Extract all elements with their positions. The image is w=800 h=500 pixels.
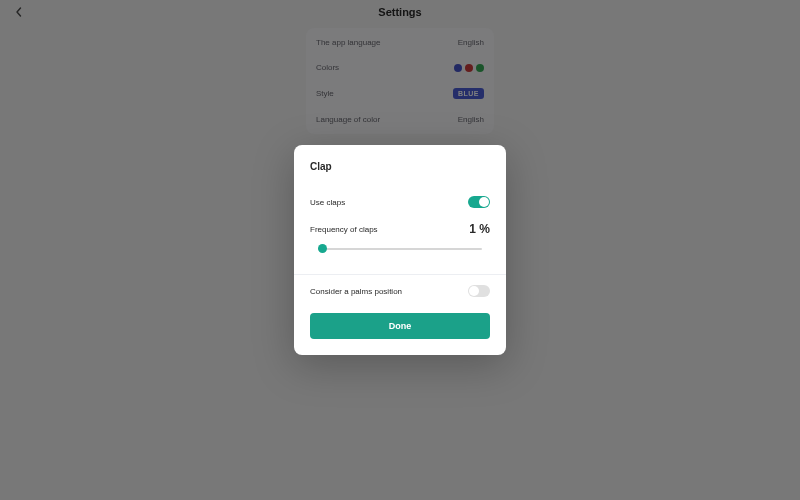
toggle-knob	[469, 286, 479, 296]
palms-label: Consider a palms position	[310, 287, 402, 296]
frequency-row: Frequency of claps 1 %	[310, 222, 490, 236]
clap-modal: Clap Use claps Frequency of claps 1 % Co…	[294, 145, 506, 355]
slider-thumb[interactable]	[318, 244, 327, 253]
modal-title: Clap	[310, 161, 490, 172]
palms-toggle[interactable]	[468, 285, 490, 297]
slider-track	[318, 248, 482, 250]
divider	[294, 274, 506, 275]
frequency-label: Frequency of claps	[310, 225, 378, 234]
use-claps-row: Use claps	[310, 196, 490, 208]
frequency-value: 1 %	[469, 222, 490, 236]
done-button[interactable]: Done	[310, 313, 490, 339]
palms-row: Consider a palms position	[310, 285, 490, 297]
frequency-slider[interactable]	[318, 242, 482, 256]
use-claps-label: Use claps	[310, 198, 345, 207]
use-claps-toggle[interactable]	[468, 196, 490, 208]
toggle-knob	[479, 197, 489, 207]
